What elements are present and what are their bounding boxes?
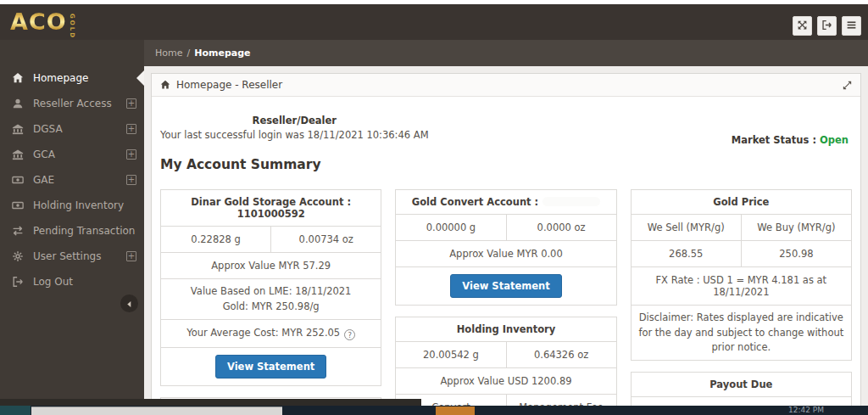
breadcrumb-separator: / <box>186 48 190 59</box>
card-title: Payout Due <box>632 373 851 396</box>
topbar-buttons <box>793 16 861 36</box>
panel-body: Reseller/Dealer Your last successful log… <box>152 97 860 415</box>
card-title: Holding Inventory <box>396 317 615 341</box>
signout-icon <box>821 18 832 34</box>
expand-plus-icon[interactable] <box>126 251 136 261</box>
disclaimer-text: Disclaimer: Rates displayed are indicati… <box>632 305 851 360</box>
top-header-bar: ACO GOLD <box>0 4 868 40</box>
account-summary-cards: Dinar Gold Storage Account : 1101000592 … <box>160 189 852 415</box>
app-logo[interactable]: ACO GOLD <box>10 9 75 39</box>
sidebar-item-label: Holding Inventory <box>33 199 124 211</box>
os-taskbar: 12:42 PM <box>0 406 868 415</box>
breadcrumb: Home / Homepage <box>144 40 868 66</box>
gca-view-statement-button[interactable]: View Statement <box>450 274 561 298</box>
gold-price-sell-label: We Sell (MYR/g) <box>632 215 741 240</box>
sidebar-item-reseller-access[interactable]: Reseller Access <box>0 91 144 116</box>
sidebar-item-label: Homepage <box>33 72 88 84</box>
sidebar-item-homepage[interactable]: Homepage <box>0 65 144 91</box>
taskbar-app-segment[interactable] <box>0 406 31 415</box>
chevron-left-circle-icon <box>125 295 133 311</box>
card-title: Dinar Gold Storage Account : 1101000592 <box>161 190 381 226</box>
gold-price-sell-value: 268.55 <box>632 241 741 266</box>
login-info-block: Reseller/Dealer Your last successful log… <box>160 114 429 142</box>
sidebar-menu: Homepage Reseller Access DGSA GCA <box>0 40 144 294</box>
gold-price-buy-value: 250.98 <box>741 241 851 266</box>
expand-plus-icon[interactable] <box>126 149 136 160</box>
card-title-row: Gold Convert Account : <box>396 190 615 214</box>
holding-grams: 20.00542 g <box>396 342 505 367</box>
cards-column-3: Gold Price We Sell (MYR/g) We Buy (MYR/g… <box>631 189 852 415</box>
cash-icon <box>11 174 25 186</box>
expand-plus-icon[interactable] <box>126 175 136 185</box>
gold-convert-account-card: Gold Convert Account : 0.00000 g 0.0000 … <box>395 189 616 306</box>
sidebar-item-gca[interactable]: GCA <box>0 142 144 167</box>
bank-icon <box>11 149 25 160</box>
cards-column-2: Gold Convert Account : 0.00000 g 0.0000 … <box>395 189 616 415</box>
sidebar-item-label: GCA <box>33 149 55 160</box>
sidebar-item-user-settings[interactable]: User Settings <box>0 244 144 269</box>
signout-button[interactable] <box>817 16 837 36</box>
sidebar: Homepage Reseller Access DGSA GCA <box>0 40 144 399</box>
dgsa-value-based-line2: Gold: MYR 250.98/g <box>166 300 376 314</box>
market-status-value: Open <box>820 134 849 146</box>
cards-column-1: Dinar Gold Storage Account : 1101000592 … <box>160 189 381 415</box>
sidebar-item-label: DGSA <box>33 123 63 135</box>
gca-ounces: 0.0000 oz <box>506 215 616 240</box>
sidebar-item-label: User Settings <box>33 250 101 262</box>
sidebar-item-gae[interactable]: GAE <box>0 167 144 193</box>
fullscreen-button[interactable] <box>793 16 812 36</box>
page-title: My Account Summary <box>160 157 852 172</box>
gca-grams: 0.00000 g <box>396 215 505 240</box>
expand-plus-icon[interactable] <box>126 124 136 134</box>
sidebar-item-log-out[interactable]: Log Out <box>0 269 144 294</box>
dgsa-approx-value: Approx Value MYR 57.29 <box>161 252 381 278</box>
dgsa-button-row: View Statement <box>161 347 381 385</box>
taskbar-clock: 12:42 PM <box>788 406 824 415</box>
logo-text: ACO <box>10 9 67 35</box>
breadcrumb-home-link[interactable]: Home <box>155 48 182 59</box>
dgsa-grams: 0.22828 g <box>161 227 270 252</box>
holding-inventory-card: Holding Inventory 20.00542 g 0.64326 oz … <box>395 317 616 415</box>
sidebar-item-label: Reseller Access <box>33 98 112 109</box>
sidebar-item-dgsa[interactable]: DGSA <box>0 116 144 142</box>
fullscreen-icon <box>797 18 808 34</box>
sidebar-item-label: Log Out <box>33 276 73 288</box>
logo-subtext: GOLD <box>69 14 75 39</box>
dgsa-view-statement-button[interactable]: View Statement <box>215 355 326 379</box>
cash-icon <box>11 199 25 211</box>
role-title: Reseller/Dealer <box>160 114 429 128</box>
dinar-gold-storage-card: Dinar Gold Storage Account : 1101000592 … <box>160 189 381 386</box>
gold-price-card: Gold Price We Sell (MYR/g) We Buy (MYR/g… <box>631 189 852 361</box>
expand-diagonal-icon[interactable] <box>843 81 852 90</box>
taskbar-window-segment[interactable] <box>31 407 282 415</box>
dgsa-value-based: Value Based on LME: 18/11/2021 Gold: MYR… <box>161 278 381 319</box>
menu-button[interactable] <box>842 16 861 36</box>
breadcrumb-current: Homepage <box>194 48 250 59</box>
homepage-panel: Homepage - Reseller Reseller/Dealer Your… <box>151 73 861 415</box>
sidebar-item-label: Pending Transaction <box>33 225 135 237</box>
expand-plus-icon[interactable] <box>126 98 136 109</box>
question-circle-icon[interactable] <box>344 329 355 340</box>
user-icon <box>11 98 25 109</box>
fx-rate-text: FX Rate : USD 1 = MYR 4.181 as at 18/11/… <box>632 266 851 305</box>
sidebar-item-holding-inventory[interactable]: Holding Inventory <box>0 193 144 218</box>
menu-icon <box>846 18 857 34</box>
dgsa-value-based-line1: Value Based on LME: 18/11/2021 <box>166 284 376 299</box>
sidebar-collapse-button[interactable] <box>120 294 138 312</box>
sidebar-item-label: GAE <box>33 174 54 186</box>
bank-icon <box>11 123 25 135</box>
panel-title: Homepage - Reseller <box>176 79 282 91</box>
gca-approx-value: Approx Value MYR 0.00 <box>396 240 615 266</box>
holding-ounces: 0.64326 oz <box>506 342 616 367</box>
dgsa-average-cost-row: Your Average Cost: MYR 252.05 <box>161 319 381 348</box>
sidebar-item-pending-transaction[interactable]: Pending Transaction <box>0 218 144 244</box>
dgsa-ounces: 0.00734 oz <box>270 227 381 252</box>
market-status-label: Market Status : <box>732 134 816 146</box>
card-title: Gold Price <box>632 190 851 214</box>
redacted-account-number <box>542 197 600 206</box>
logout-icon <box>11 276 25 288</box>
dgsa-average-cost: Your Average Cost: MYR 252.05 <box>186 327 340 339</box>
holding-approx-value: Approx Value USD 1200.89 <box>396 367 615 394</box>
taskbar-highlight-segment[interactable] <box>436 407 475 415</box>
panel-header: Homepage - Reseller <box>152 74 860 97</box>
